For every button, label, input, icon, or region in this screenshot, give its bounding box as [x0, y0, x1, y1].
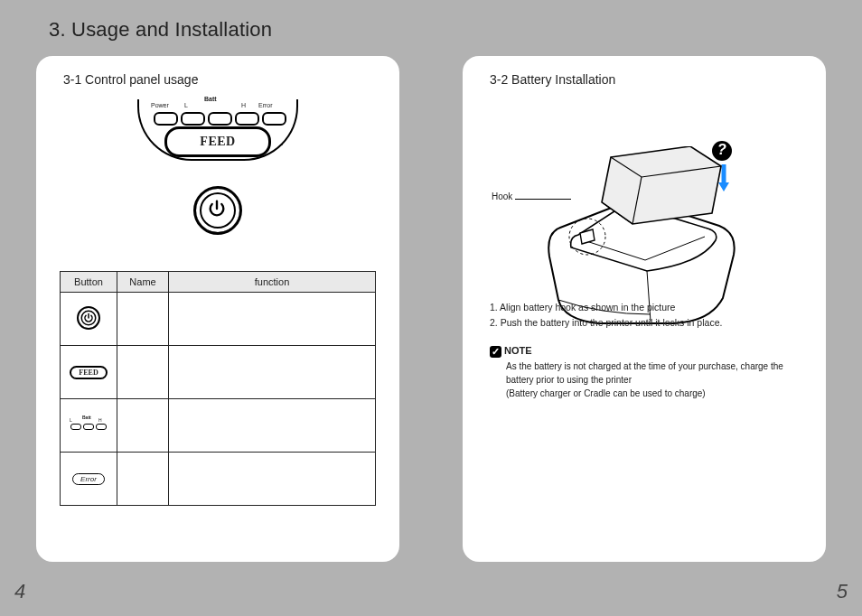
- led-error-icon: [262, 112, 286, 126]
- install-steps: 1. Align battery hook as shown in the pi…: [490, 300, 799, 331]
- control-panel-top: Power L Batt H Error FEED: [132, 96, 304, 172]
- led-label-power: Power: [151, 102, 169, 108]
- subtitle-3-2: 3-2 Battery Installation: [490, 72, 615, 87]
- led-label-error: Error: [258, 102, 273, 108]
- button-table: Button Name function FEED: [60, 271, 376, 506]
- th-name: Name: [117, 272, 169, 293]
- table-row: Error: [61, 453, 376, 506]
- page-right: 3-2 Battery Installation Hook: [463, 56, 826, 562]
- page-number-left: 4: [14, 580, 25, 603]
- led-l-icon: [181, 112, 205, 126]
- note-heading-text: NOTE: [504, 345, 532, 356]
- led-power-icon: [154, 112, 178, 126]
- note-block: ✓NOTE As the battery is not charged at t…: [490, 345, 799, 400]
- cell-func: [169, 399, 376, 453]
- power-glyph-icon: [207, 199, 227, 219]
- th-func: function: [169, 272, 376, 293]
- step-1: 1. Align battery hook as shown in the pi…: [490, 300, 799, 315]
- table-row: [61, 293, 376, 346]
- cell-func: [169, 453, 376, 506]
- cell-name: [117, 293, 169, 346]
- led-label-l: L: [184, 102, 188, 108]
- manual-spread: 3. Usage and Installation 3-1 Control pa…: [0, 0, 862, 616]
- page-number-right: 5: [837, 580, 848, 603]
- battery-install-illustration: Hook: [463, 92, 826, 291]
- note-heading: ✓NOTE: [490, 345, 799, 358]
- led-h-icon: [235, 112, 259, 126]
- led-m-icon: [208, 112, 232, 126]
- th-button: Button: [61, 272, 117, 293]
- control-panel-illustration: Power L Batt H Error FEED: [36, 96, 399, 267]
- battery-leds-icon: L Batt H: [70, 417, 107, 432]
- subtitle-3-1: 3-1 Control panel usage: [63, 72, 198, 87]
- cell-func: [169, 293, 376, 346]
- error-led-icon: Error: [72, 473, 105, 485]
- section-title: 3. Usage and Installation: [49, 18, 272, 42]
- led-label-batt: Batt: [204, 96, 217, 102]
- step-2: 2. Push the battery into the printer unt…: [490, 315, 799, 331]
- note-line-1: As the battery is not charged at the tim…: [506, 359, 799, 387]
- cell-name: [117, 346, 169, 399]
- page-left: 3-1 Control panel usage Power L Batt H E…: [36, 56, 399, 562]
- table-row: FEED: [61, 346, 376, 399]
- feed-button-icon: FEED: [164, 126, 271, 157]
- power-button-icon: [193, 186, 242, 235]
- cell-func: [169, 346, 376, 399]
- feed-button-icon: FEED: [70, 366, 107, 379]
- table-row: L Batt H: [61, 399, 376, 453]
- hook-label: Hook: [492, 191, 512, 201]
- cell-name: [117, 399, 169, 453]
- note-line-2: (Battery charger or Cradle can be used t…: [506, 387, 799, 400]
- led-label-h: H: [241, 102, 246, 108]
- check-icon: ✓: [490, 346, 501, 358]
- power-button-icon: [77, 306, 100, 330]
- cell-name: [117, 453, 169, 506]
